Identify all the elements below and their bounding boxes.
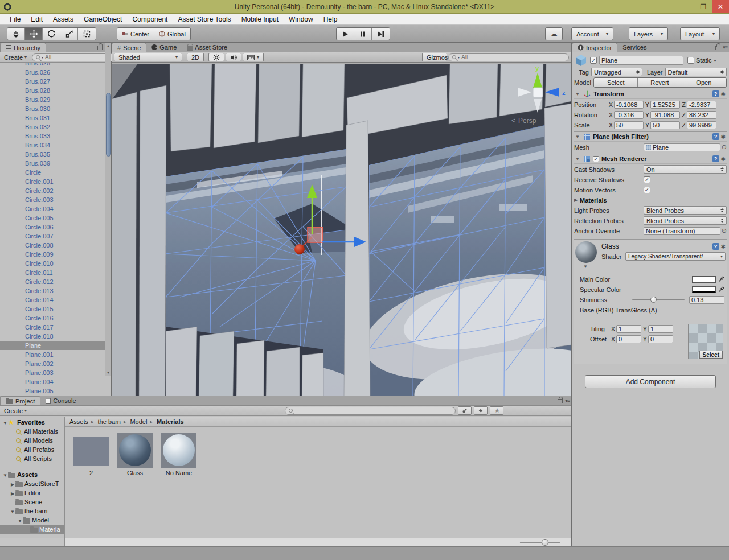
move-tool-button[interactable] xyxy=(25,28,43,40)
foldout-icon[interactable]: ▼ xyxy=(575,134,581,139)
renderer-enabled-checkbox[interactable]: ✓ xyxy=(593,156,599,162)
layout-dropdown[interactable]: Layout▾ xyxy=(681,28,719,40)
model-action-button[interactable]: Revert xyxy=(638,78,682,87)
project-tree-item[interactable]: All Scripts xyxy=(0,454,64,463)
project-tree-item[interactable]: All Prefabs xyxy=(0,445,64,454)
foldout-icon[interactable] xyxy=(2,471,8,478)
menu-item[interactable]: Component xyxy=(127,14,173,24)
project-tree-item[interactable]: the barn xyxy=(0,507,64,516)
hierarchy-item[interactable]: Circle.002 xyxy=(0,186,111,195)
project-tree-item[interactable]: Favorites xyxy=(0,418,64,427)
hierarchy-item[interactable]: Brus.033 xyxy=(0,131,111,141)
lock-icon[interactable] xyxy=(715,46,720,50)
cast-shadows-dropdown[interactable]: On xyxy=(644,165,727,174)
main-color-swatch[interactable] xyxy=(692,276,716,283)
rect-tool-button[interactable] xyxy=(78,28,96,40)
step-button[interactable] xyxy=(372,28,390,40)
eyedropper-icon[interactable] xyxy=(718,286,724,293)
tab-game[interactable]: Game xyxy=(146,43,182,52)
static-checkbox[interactable] xyxy=(687,57,694,64)
pivot-toggle-button[interactable]: Center xyxy=(117,28,154,40)
gizmo-cube[interactable] xyxy=(533,88,543,97)
texture-select-button[interactable]: Select xyxy=(699,351,723,359)
saved-search-button[interactable]: ★ xyxy=(490,406,503,415)
cloud-button[interactable]: ☁ xyxy=(546,28,562,40)
transform-y-field[interactable]: 50 xyxy=(650,121,680,129)
foldout-icon[interactable] xyxy=(10,480,15,487)
receive-shadows-checkbox[interactable]: ✓ xyxy=(644,176,650,183)
foldout-icon[interactable] xyxy=(10,489,15,496)
material-preview-sphere[interactable] xyxy=(575,241,597,263)
project-tree-item[interactable]: Materia xyxy=(0,525,64,534)
gear-icon[interactable]: ✱ xyxy=(721,134,726,140)
offset-y-field[interactable]: 0 xyxy=(648,335,673,343)
hierarchy-item[interactable]: Brus.030 xyxy=(0,104,111,113)
hierarchy-item[interactable]: Circle.010 xyxy=(0,259,111,268)
shininess-slider[interactable] xyxy=(632,299,685,300)
space-toggle-button[interactable]: Global xyxy=(154,28,190,40)
breadcrumb-item[interactable]: Model xyxy=(130,418,155,425)
tab-scene[interactable]: # Scene xyxy=(112,43,146,52)
close-button[interactable]: ✕ xyxy=(712,0,729,13)
hierarchy-item[interactable]: Circle.004 xyxy=(0,204,111,213)
panel-menu-icon[interactable]: ▾≡ xyxy=(723,44,727,50)
layer-dropdown[interactable]: Default xyxy=(665,68,727,76)
hierarchy-item[interactable]: Plane.002 xyxy=(0,359,111,368)
hierarchy-item[interactable]: Circle.001 xyxy=(0,177,111,186)
project-tree-item[interactable]: Model xyxy=(0,516,64,525)
tab-project[interactable]: Project xyxy=(0,396,40,405)
asset-item[interactable]: No Name xyxy=(161,433,197,538)
search-by-type-button[interactable] xyxy=(458,406,472,415)
audio-toggle-button[interactable] xyxy=(226,53,241,61)
menu-item[interactable]: Mobile Input xyxy=(236,14,284,24)
hierarchy-item[interactable]: Circle.009 xyxy=(0,250,111,259)
tab-console[interactable]: Console xyxy=(40,396,81,405)
hierarchy-item[interactable]: Brus.031 xyxy=(0,113,111,122)
hierarchy-item[interactable]: Brus.032 xyxy=(0,122,111,131)
hierarchy-item[interactable]: Plane xyxy=(0,341,111,350)
menu-item[interactable]: Asset Store Tools xyxy=(173,14,236,24)
gizmo-plane-handle[interactable] xyxy=(308,227,323,242)
materials-foldout-label[interactable]: Materials xyxy=(580,197,607,204)
gameobject-name-field[interactable]: Plane xyxy=(599,56,683,65)
breadcrumb-item[interactable]: Assets xyxy=(69,418,97,425)
2d-toggle-button[interactable]: 2D xyxy=(187,53,204,61)
hierarchy-item[interactable]: Circle.017 xyxy=(0,323,111,332)
hierarchy-create-button[interactable]: Create ▾ xyxy=(1,53,30,61)
hierarchy-item[interactable]: Circle.014 xyxy=(0,295,111,304)
scroll-up-icon[interactable]: ▲ xyxy=(105,44,111,48)
hierarchy-item[interactable]: Brus.035 xyxy=(0,150,111,159)
add-component-button[interactable]: Add Component xyxy=(585,375,716,388)
transform-x-field[interactable]: -0.316 xyxy=(614,111,644,119)
scene-search-input[interactable] xyxy=(461,54,565,60)
foldout-icon[interactable]: ▼ xyxy=(575,157,581,162)
help-icon[interactable]: ? xyxy=(712,243,719,250)
transform-z-field[interactable]: 88.232 xyxy=(687,111,716,119)
tab-services[interactable]: Services xyxy=(617,43,652,52)
hierarchy-item[interactable]: Plane.003 xyxy=(0,368,111,377)
hierarchy-item[interactable]: Circle.015 xyxy=(0,304,111,314)
hierarchy-item[interactable]: Circle.013 xyxy=(0,286,111,295)
asset-item[interactable]: Glass xyxy=(117,433,153,538)
anchor-override-field[interactable]: None (Transform) xyxy=(644,227,720,235)
scrollbar-thumb[interactable] xyxy=(106,93,111,157)
hierarchy-item[interactable]: Circle.007 xyxy=(0,232,111,241)
project-tree-item[interactable]: All Materials xyxy=(0,427,64,436)
project-tree-item[interactable]: AssetStoreT xyxy=(0,479,64,488)
hierarchy-item[interactable]: Circle xyxy=(0,168,111,177)
project-search-input[interactable] xyxy=(294,407,452,414)
shininess-field[interactable]: 0.13 xyxy=(689,296,724,304)
active-checkbox[interactable]: ✓ xyxy=(590,57,597,64)
breadcrumb-item[interactable]: the barn xyxy=(98,418,129,425)
tab-inspector[interactable]: Inspector xyxy=(572,43,617,52)
hierarchy-item[interactable]: Brus.039 xyxy=(0,159,111,168)
mesh-object-field[interactable]: Plane xyxy=(644,143,720,151)
slider-thumb[interactable] xyxy=(650,297,657,303)
hierarchy-item[interactable]: Brus.028 xyxy=(0,86,111,95)
play-button[interactable] xyxy=(337,28,354,40)
project-tree-item[interactable]: Assets xyxy=(0,470,64,479)
shading-mode-dropdown[interactable]: Shaded▾ xyxy=(114,53,182,61)
slider-thumb[interactable] xyxy=(542,539,548,546)
hierarchy-item[interactable]: Plane.005 xyxy=(0,386,111,396)
hierarchy-item[interactable]: Circle.012 xyxy=(0,277,111,286)
